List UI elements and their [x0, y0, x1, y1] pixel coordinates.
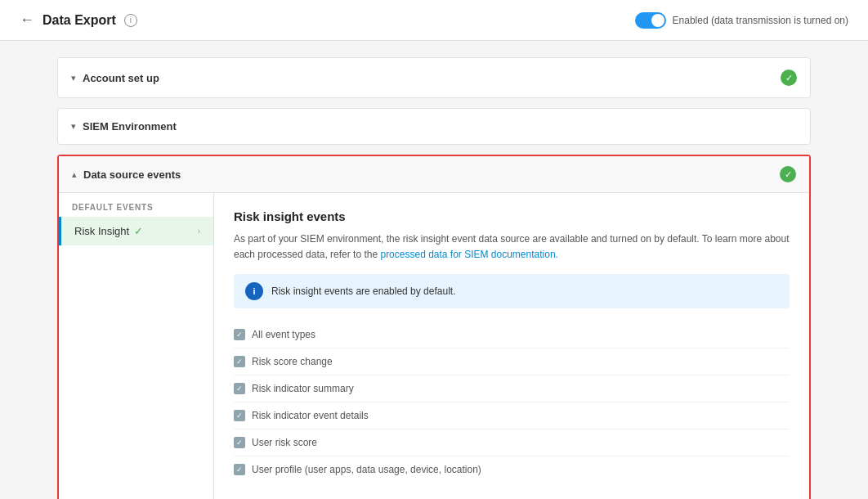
info-banner: i Risk insight events are enabled by def… — [234, 274, 790, 308]
info-banner-icon: i — [245, 282, 263, 300]
account-setup-complete-icon: ✓ — [781, 70, 797, 86]
chevron-up-icon: ▴ — [72, 169, 77, 180]
checkbox-item-user-profile[interactable]: User profile (user apps, data usage, dev… — [234, 456, 790, 483]
sidebar-section-label: DEFAULT EVENTS — [59, 193, 213, 217]
siem-environment-header-left: ▾ SIEM Environment — [71, 120, 177, 133]
checkbox-user-profile[interactable] — [234, 464, 245, 475]
data-source-complete-icon: ✓ — [780, 166, 796, 182]
top-header: ← Data Export i Enabled (data transmissi… — [0, 0, 868, 41]
page-title: Data Export — [43, 13, 116, 28]
checkbox-risk-indicator-summary[interactable] — [234, 383, 245, 394]
info-icon[interactable]: i — [124, 14, 137, 27]
info-banner-text: Risk insight events are enabled by defau… — [271, 285, 455, 297]
content-title: Risk insight events — [234, 209, 790, 223]
checkbox-item-user-risk-score[interactable]: User risk score — [234, 429, 790, 456]
account-setup-title: Account set up — [83, 72, 159, 84]
checkbox-item-all-event-types[interactable]: All event types — [234, 321, 790, 348]
data-source-events-header[interactable]: ▴ Data source events ✓ — [59, 156, 809, 193]
checkbox-label-user-profile: User profile (user apps, data usage, dev… — [252, 464, 481, 475]
header-left: ← Data Export i — [20, 11, 137, 29]
checkbox-list: All event types Risk score change Risk i… — [234, 321, 790, 483]
account-setup-section: ▾ Account set up ✓ — [57, 57, 811, 98]
sidebar-item-left: Risk Insight ✓ — [74, 225, 143, 237]
siem-documentation-link[interactable]: processed data for SIEM documentation. — [380, 249, 557, 260]
checkbox-label-risk-indicator-summary: Risk indicator summary — [252, 383, 354, 394]
toggle-knob — [651, 14, 664, 27]
account-setup-header[interactable]: ▾ Account set up ✓ — [58, 58, 810, 97]
content-description: As part of your SIEM environment, the ri… — [234, 232, 790, 263]
siem-environment-title: SIEM Environment — [83, 120, 177, 133]
siem-environment-section: ▾ SIEM Environment — [57, 108, 811, 145]
checkbox-label-all-event-types: All event types — [252, 329, 315, 340]
data-source-events-section: ▴ Data source events ✓ DEFAULT EVENTS Ri… — [57, 155, 811, 499]
enabled-toggle[interactable] — [635, 12, 666, 29]
checkbox-all-event-types[interactable] — [234, 329, 245, 340]
checkbox-risk-indicator-event-details[interactable] — [234, 410, 245, 421]
checkbox-label-user-risk-score: User risk score — [252, 437, 317, 448]
account-setup-header-left: ▾ Account set up — [71, 72, 159, 84]
checkbox-item-risk-score-change[interactable]: Risk score change — [234, 348, 790, 375]
sidebar-chevron-right-icon: › — [198, 227, 200, 236]
data-source-events-title: Data source events — [83, 169, 181, 181]
chevron-down-icon: ▾ — [71, 73, 76, 83]
checkbox-item-risk-indicator-event-details[interactable]: Risk indicator event details — [234, 402, 790, 429]
data-source-header-left: ▴ Data source events — [72, 169, 181, 181]
siem-environment-header[interactable]: ▾ SIEM Environment — [58, 109, 810, 144]
main-content: ▾ Account set up ✓ ▾ SIEM Environment ▴ … — [0, 41, 868, 499]
sidebar-item-name: Risk Insight — [74, 225, 129, 237]
content-panel: Risk insight events As part of your SIEM… — [214, 193, 809, 499]
checkbox-label-risk-indicator-event-details: Risk indicator event details — [252, 410, 369, 421]
checkbox-label-risk-score-change: Risk score change — [252, 356, 333, 367]
sidebar: DEFAULT EVENTS Risk Insight ✓ › — [59, 193, 214, 499]
sidebar-item-risk-insight[interactable]: Risk Insight ✓ › — [59, 217, 213, 245]
checkbox-user-risk-score[interactable] — [234, 437, 245, 448]
header-right: Enabled (data transmission is turned on) — [635, 12, 848, 29]
back-button[interactable]: ← — [20, 11, 34, 29]
sidebar-item-check-icon: ✓ — [134, 225, 143, 237]
chevron-down-icon: ▾ — [71, 121, 76, 132]
checkbox-item-risk-indicator-summary[interactable]: Risk indicator summary — [234, 375, 790, 402]
checkbox-risk-score-change[interactable] — [234, 356, 245, 367]
data-source-body: DEFAULT EVENTS Risk Insight ✓ › Risk ins… — [59, 193, 809, 499]
toggle-label: Enabled (data transmission is turned on) — [673, 15, 848, 26]
